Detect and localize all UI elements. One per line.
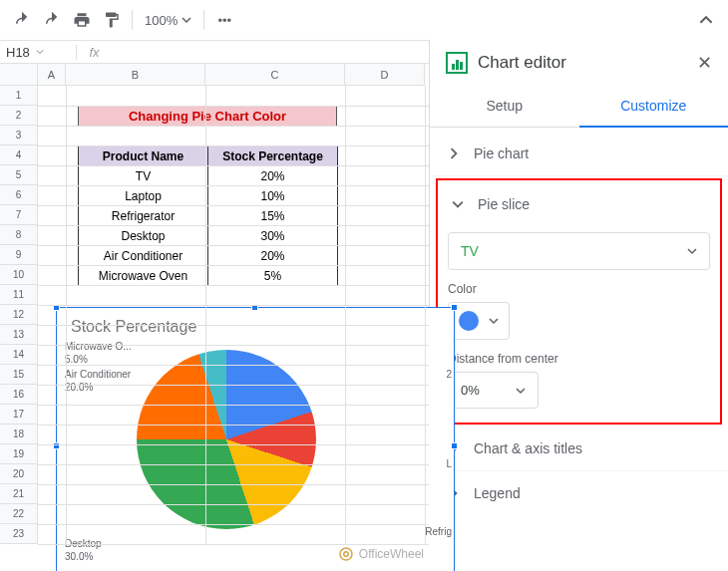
chart-title: Stock Percentage <box>57 308 454 340</box>
row-header[interactable]: 12 <box>0 305 38 325</box>
fx-label: fx <box>76 45 104 60</box>
table-cell[interactable]: Refrigerator <box>79 206 208 226</box>
chart-editor-panel: Chart editor ✕ Setup Customize Pie chart… <box>429 40 728 571</box>
embedded-chart[interactable]: Stock Percentage Microwave O...5.0% Air … <box>56 307 455 571</box>
collapse-button[interactable] <box>692 6 720 34</box>
row-header[interactable]: 5 <box>0 165 38 185</box>
chevron-right-icon <box>448 147 460 159</box>
table-row[interactable]: Microwave Oven5% <box>79 266 338 286</box>
tab-setup[interactable]: Setup <box>430 86 579 127</box>
section-legend[interactable]: Legend <box>430 471 728 515</box>
slice-label: Air Conditioner20.0% <box>65 368 131 394</box>
row-header[interactable]: 16 <box>0 385 38 405</box>
chart-editor-icon <box>446 52 468 74</box>
row-header[interactable]: 9 <box>0 245 38 265</box>
table-cell[interactable]: Laptop <box>79 186 208 206</box>
slice-label: L <box>446 457 452 470</box>
table-cell[interactable]: TV <box>79 166 208 186</box>
row-header[interactable]: 13 <box>0 325 38 345</box>
table-cell[interactable]: 30% <box>208 226 338 246</box>
row-header[interactable]: 18 <box>0 425 38 444</box>
dropdown-icon <box>36 48 44 56</box>
row-header[interactable]: 4 <box>0 145 38 165</box>
redo-button[interactable] <box>38 6 66 34</box>
separator <box>203 10 204 30</box>
sheet-title-cell[interactable]: Changing Pie Chart Color <box>78 106 337 126</box>
table-row[interactable]: Laptop10% <box>79 186 338 206</box>
paint-format-button[interactable] <box>98 6 126 34</box>
col-header[interactable]: C <box>205 64 345 86</box>
distance-selector[interactable]: 0% <box>448 372 539 409</box>
table-cell[interactable]: Desktop <box>79 226 208 246</box>
more-button[interactable]: ••• <box>210 6 238 34</box>
table-cell[interactable]: 20% <box>208 166 338 186</box>
slice-label: Microwave O...5.0% <box>65 340 132 366</box>
table-cell[interactable]: 5% <box>208 266 338 286</box>
svg-point-1 <box>344 552 349 557</box>
row-header[interactable]: 15 <box>0 365 38 385</box>
table-cell[interactable]: 15% <box>208 206 338 226</box>
col-header[interactable]: D <box>345 64 425 86</box>
table-row[interactable]: Desktop30% <box>79 226 338 246</box>
slice-label: Refrig <box>425 525 452 538</box>
row-header[interactable]: 8 <box>0 225 38 245</box>
select-all-corner[interactable] <box>0 64 38 86</box>
gear-icon <box>337 545 355 563</box>
table-cell[interactable]: 10% <box>208 186 338 206</box>
slice-selector[interactable]: TV <box>448 232 710 270</box>
slice-label: 2 <box>446 368 452 381</box>
section-pie-slice[interactable]: Pie slice <box>448 186 710 222</box>
row-header[interactable]: 23 <box>0 524 38 544</box>
row-header[interactable]: 20 <box>0 464 38 484</box>
formula-bar: H18 fx <box>0 40 429 64</box>
highlighted-section: Pie slice TV Color Distance from center … <box>436 178 722 425</box>
dropdown-icon <box>687 246 697 256</box>
table-row[interactable]: Refrigerator15% <box>79 206 338 226</box>
dropdown-icon <box>182 15 191 25</box>
row-header[interactable]: 10 <box>0 265 38 285</box>
toolbar: 100% ••• <box>0 0 728 40</box>
zoom-select[interactable]: 100% <box>139 13 197 28</box>
pie-chart[interactable] <box>137 350 316 529</box>
row-header[interactable]: 3 <box>0 126 38 145</box>
panel-title: Chart editor <box>478 53 687 73</box>
row-header[interactable]: 14 <box>0 345 38 365</box>
separator <box>132 10 133 30</box>
row-header[interactable]: 21 <box>0 484 38 504</box>
watermark: OfficeWheel <box>337 545 424 563</box>
col-header[interactable]: A <box>38 64 66 86</box>
undo-button[interactable] <box>8 6 36 34</box>
section-pie-chart[interactable]: Pie chart <box>430 132 728 176</box>
table-header[interactable]: Stock Percentage <box>208 146 338 166</box>
spreadsheet[interactable]: H18 fx ABCD 1234567891011121314151617181… <box>0 40 429 571</box>
close-button[interactable]: ✕ <box>697 52 712 74</box>
print-button[interactable] <box>68 6 96 34</box>
table-cell[interactable]: Air Conditioner <box>79 246 208 266</box>
dropdown-icon <box>489 316 499 326</box>
row-header[interactable]: 2 <box>0 106 38 126</box>
name-box[interactable]: H18 <box>0 45 76 60</box>
row-header[interactable]: 7 <box>0 205 38 225</box>
section-chart-axis-titles[interactable]: Chart & axis titles <box>430 427 728 471</box>
table-header[interactable]: Product Name <box>79 146 208 166</box>
table-cell[interactable]: 20% <box>208 246 338 266</box>
color-swatch <box>459 311 479 331</box>
row-header[interactable]: 22 <box>0 504 38 524</box>
table-row[interactable]: Air Conditioner20% <box>79 246 338 266</box>
table-row[interactable]: TV20% <box>79 166 338 186</box>
table-cell[interactable]: Microwave Oven <box>79 266 208 286</box>
row-header[interactable]: 17 <box>0 405 38 425</box>
chevron-down-icon <box>452 198 464 210</box>
col-header[interactable]: B <box>66 64 205 86</box>
slice-label: Desktop30.0% <box>65 537 102 563</box>
row-header[interactable]: 6 <box>0 185 38 205</box>
row-header[interactable]: 1 <box>0 86 38 106</box>
dropdown-icon <box>516 386 526 396</box>
color-label: Color <box>448 282 710 296</box>
row-header[interactable]: 19 <box>0 444 38 464</box>
distance-label: Distance from center <box>448 352 710 366</box>
tab-customize[interactable]: Customize <box>579 86 729 128</box>
row-header[interactable]: 11 <box>0 285 38 305</box>
svg-point-0 <box>340 548 352 560</box>
